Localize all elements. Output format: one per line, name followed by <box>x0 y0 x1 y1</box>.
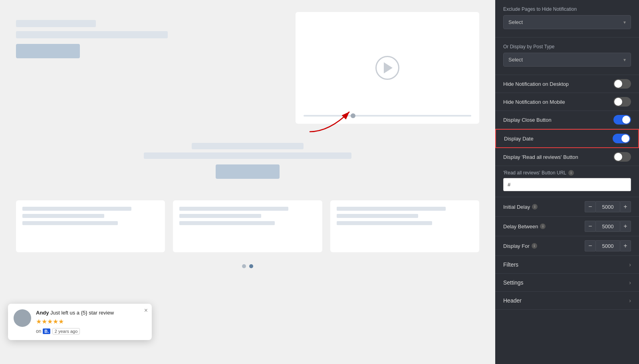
dot-2 <box>249 264 253 268</box>
post-type-section: Or Display by Post Type Select ▾ <box>495 38 639 75</box>
video-progress-thumb <box>351 113 355 118</box>
display-close-label: Display Close Button <box>503 117 552 123</box>
header-row[interactable]: Header › <box>495 292 639 310</box>
display-reviews-label: Display 'Read all reviews' Button <box>503 154 578 160</box>
cards-section <box>0 192 495 260</box>
delay-between-minus[interactable]: − <box>585 221 596 232</box>
reviews-url-label: 'Read all reviews' Button URL i <box>503 170 631 176</box>
video-placeholder <box>296 12 479 124</box>
card-line <box>22 214 104 218</box>
display-for-plus[interactable]: + <box>620 240 631 251</box>
card-line <box>337 207 446 211</box>
review-source: on B. <box>36 328 50 334</box>
initial-delay-plus[interactable]: + <box>620 201 631 212</box>
left-wireframe <box>16 12 284 124</box>
middle-section <box>0 132 495 192</box>
popup-message-text: Just left us a {5} star review <box>49 310 114 316</box>
sidebar: Exclude Pages to Hide Notification Selec… <box>495 0 639 364</box>
hide-desktop-label: Hide Notification on Desktop <box>503 81 569 87</box>
card-line <box>179 207 288 211</box>
card-3 <box>330 200 479 252</box>
post-type-select[interactable]: Select ▾ <box>503 53 631 67</box>
card-line <box>179 214 261 218</box>
reviews-url-info-icon: i <box>568 170 574 176</box>
display-date-toggle[interactable] <box>613 134 630 143</box>
initial-delay-row: Initial Delay i − 5000 + <box>495 197 639 217</box>
settings-row[interactable]: Settings › <box>495 274 639 292</box>
card-line <box>337 214 419 218</box>
filters-label: Filters <box>503 261 518 268</box>
card-2 <box>173 200 322 252</box>
popup-user-name: Andy <box>36 310 49 316</box>
display-for-minus[interactable]: − <box>585 240 596 251</box>
initial-delay-info-icon: i <box>532 204 538 210</box>
play-triangle-icon <box>384 62 393 73</box>
center-bar-2 <box>144 152 351 159</box>
carousel-dots <box>0 264 495 268</box>
video-progress-bar <box>304 115 471 117</box>
display-date-label: Display Date <box>504 136 534 142</box>
hide-mobile-label: Hide Notification on Mobile <box>503 99 565 105</box>
post-type-value: Select <box>508 57 523 63</box>
notification-popup: Andy Just left us a {5} star review ★★★★… <box>8 304 152 340</box>
time-badge: 2 years ago <box>52 328 80 334</box>
delay-between-value: 5000 <box>596 221 620 232</box>
platform-badge: B. <box>43 328 50 334</box>
display-reviews-row: Display 'Read all reviews' Button <box>495 148 639 166</box>
card-line <box>22 207 131 211</box>
center-bar-1 <box>192 143 304 149</box>
exclude-pages-value: Select <box>508 19 523 25</box>
display-for-control: − 5000 + <box>585 240 631 251</box>
chevron-right-icon: › <box>629 297 631 304</box>
display-for-info-icon: i <box>532 243 537 249</box>
display-close-toggle[interactable] <box>613 115 631 125</box>
chevron-right-icon: › <box>629 279 631 286</box>
hide-desktop-row: Hide Notification on Desktop <box>495 75 639 93</box>
card-1 <box>16 200 165 252</box>
delay-between-control: − 5000 + <box>585 221 631 232</box>
wireframe-bar-1 <box>16 20 96 27</box>
display-reviews-toggle[interactable] <box>613 152 631 162</box>
display-date-row: Display Date <box>495 129 639 148</box>
star-rating: ★★★★★ <box>36 318 146 325</box>
filters-row[interactable]: Filters › <box>495 256 639 274</box>
settings-label: Settings <box>503 279 524 286</box>
display-for-value: 5000 <box>596 240 620 251</box>
initial-delay-minus[interactable]: − <box>585 201 596 212</box>
display-for-label: Display For i <box>503 243 537 249</box>
post-type-label: Or Display by Post Type <box>503 44 631 49</box>
main-content: Andy Just left us a {5} star review ★★★★… <box>0 0 495 364</box>
delay-between-plus[interactable]: + <box>620 221 631 232</box>
on-text: on <box>36 328 41 334</box>
close-button[interactable]: × <box>144 307 148 314</box>
card-line <box>22 221 118 225</box>
header-label: Header <box>503 297 522 304</box>
delay-between-row: Delay Between i − 5000 + <box>495 217 639 236</box>
initial-delay-label: Initial Delay i <box>503 204 538 210</box>
hide-mobile-toggle[interactable] <box>613 97 631 107</box>
exclude-pages-label: Exclude Pages to Hide Notification <box>503 6 631 12</box>
chevron-down-icon: ▾ <box>623 20 626 25</box>
reviews-url-section: 'Read all reviews' Button URL i <box>495 166 639 197</box>
hide-mobile-row: Hide Notification on Mobile <box>495 93 639 111</box>
wireframe-bar-2 <box>16 31 168 38</box>
hide-desktop-toggle[interactable] <box>613 79 631 89</box>
card-line <box>337 221 432 225</box>
exclude-pages-select[interactable]: Select ▾ <box>503 15 631 29</box>
delay-between-label: Delay Between i <box>503 224 546 229</box>
display-for-row: Display For i − 5000 + <box>495 236 639 256</box>
reviews-url-input[interactable] <box>503 178 631 191</box>
play-button <box>375 56 399 80</box>
center-btn <box>216 164 280 179</box>
delay-between-info-icon: i <box>540 224 546 229</box>
exclude-pages-section: Exclude Pages to Hide Notification Selec… <box>495 0 639 38</box>
initial-delay-control: − 5000 + <box>585 201 631 212</box>
initial-delay-value: 5000 <box>596 201 620 212</box>
chevron-down-icon: ▾ <box>623 57 626 63</box>
popup-content: Andy Just left us a {5} star review ★★★★… <box>36 309 146 334</box>
popup-message: Andy Just left us a {5} star review <box>36 309 146 317</box>
avatar <box>14 309 31 327</box>
wireframe-btn-1 <box>16 44 80 58</box>
dot-1 <box>242 264 246 268</box>
display-close-row: Display Close Button <box>495 111 639 129</box>
